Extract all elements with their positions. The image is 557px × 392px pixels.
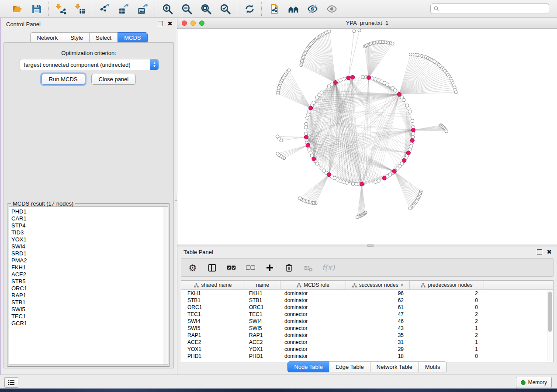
result-node[interactable]: FKH1 — [11, 264, 163, 271]
table-row[interactable]: PHD1PHD1dominator180 — [181, 353, 553, 360]
result-node[interactable]: PHD1 — [11, 208, 163, 215]
network-node[interactable] — [411, 135, 415, 139]
network-leaf-node[interactable] — [276, 135, 279, 138]
refresh-layout-icon[interactable] — [244, 3, 255, 14]
close-panel-button[interactable]: Close panel — [91, 74, 136, 85]
delete-column-icon[interactable] — [284, 262, 294, 273]
network-leaf-node[interactable] — [287, 69, 291, 72]
new-network-from-selection-icon[interactable] — [268, 3, 280, 14]
select-all-icon[interactable] — [226, 262, 236, 273]
table-row[interactable]: SWI5SWI5connector431 — [181, 325, 553, 332]
network-node[interactable] — [355, 182, 358, 186]
search-box[interactable] — [430, 3, 549, 14]
mcds-node[interactable] — [309, 106, 313, 110]
column-header-successor-nodes[interactable]: successor nodes∨ — [346, 281, 410, 289]
float-panel-icon[interactable] — [158, 21, 163, 26]
network-node[interactable] — [408, 110, 412, 113]
settings-gear-icon[interactable]: ⚙ — [187, 262, 198, 273]
table-row[interactable]: RAP1RAP1dominator352 — [181, 332, 553, 339]
network-leaf-node[interactable] — [328, 30, 331, 33]
network-leaf-node[interactable] — [408, 207, 412, 210]
table-row[interactable]: TEC1TEC1connector472 — [181, 311, 553, 318]
scrollbar-thumb[interactable] — [548, 292, 552, 332]
save-session-icon[interactable] — [31, 3, 42, 14]
mcds-node[interactable] — [402, 158, 406, 162]
column-header-name[interactable]: name — [245, 281, 280, 289]
mcds-node[interactable] — [392, 169, 396, 173]
mcds-node[interactable] — [410, 138, 414, 142]
result-node[interactable]: PMA2 — [11, 257, 163, 264]
run-mcds-button[interactable]: Run MCDS — [42, 74, 85, 85]
network-node[interactable] — [330, 83, 333, 86]
tab-node-table[interactable]: Node Table — [287, 361, 329, 372]
network-node[interactable] — [320, 91, 323, 94]
table-scrollbar[interactable] — [547, 290, 553, 361]
export-image-icon[interactable] — [137, 3, 149, 14]
add-column-icon[interactable] — [264, 262, 275, 273]
mcds-node[interactable] — [350, 75, 354, 79]
open-file-icon[interactable] — [11, 3, 23, 14]
network-leaf-node[interactable] — [454, 91, 457, 94]
result-node[interactable]: STB5 — [11, 278, 163, 285]
result-node[interactable]: ORC1 — [11, 285, 163, 292]
tab-mcds[interactable]: MCDS — [118, 32, 147, 43]
result-node[interactable]: RAP1 — [11, 292, 163, 299]
first-neighbors-icon[interactable] — [287, 3, 299, 14]
mcds-node[interactable] — [304, 135, 308, 139]
import-table-icon[interactable] — [74, 3, 86, 14]
mcds-result-list[interactable]: PHD1CAR1STP4TID3YOX1SWI4SRD1PMA2FKH1ACE2… — [9, 206, 163, 365]
mcds-node[interactable] — [333, 80, 337, 84]
mcds-node[interactable] — [411, 128, 415, 132]
result-node[interactable]: YOX1 — [11, 236, 163, 243]
mcds-node[interactable] — [406, 151, 410, 155]
result-list-scrollbar[interactable] — [163, 206, 168, 365]
network-node[interactable] — [320, 167, 323, 170]
result-node[interactable]: STB1 — [11, 299, 163, 306]
tab-edge-table[interactable]: Edge Table — [329, 361, 370, 372]
zoom-selected-icon[interactable] — [219, 3, 231, 14]
column-header-predecessor-nodes[interactable]: predecessor nodes — [410, 281, 484, 289]
show-all-icon[interactable] — [326, 3, 337, 14]
list-view-button[interactable] — [4, 377, 18, 388]
mcds-node[interactable] — [367, 76, 370, 79]
float-panel-icon[interactable] — [537, 249, 542, 254]
mcds-node[interactable] — [306, 143, 310, 147]
optimization-criterion-select[interactable]: largest connected component (undirected)… — [20, 59, 159, 70]
hide-selected-icon[interactable] — [307, 3, 318, 14]
column-header-shared-name[interactable]: shared name — [181, 281, 245, 289]
import-network-icon[interactable] — [55, 3, 66, 14]
result-node[interactable]: SWI5 — [11, 306, 163, 313]
tab-network[interactable]: Network — [30, 32, 64, 43]
mcds-node[interactable] — [327, 173, 331, 177]
column-header-MCDS-role[interactable]: MCDS role — [280, 281, 346, 289]
result-node[interactable]: SWI4 — [11, 243, 163, 250]
mcds-node[interactable] — [346, 76, 350, 80]
network-node[interactable] — [402, 98, 405, 102]
network-node[interactable] — [304, 126, 308, 129]
mcds-node[interactable] — [397, 92, 401, 96]
network-node[interactable] — [411, 119, 414, 123]
result-node[interactable]: SRD1 — [11, 250, 163, 257]
network-node[interactable] — [374, 180, 377, 183]
network-node[interactable] — [351, 182, 355, 186]
mcds-node[interactable] — [382, 176, 386, 180]
table-row[interactable]: SWI4SWI4dominator462 — [181, 318, 553, 325]
tab-style[interactable]: Style — [64, 32, 90, 43]
network-leaf-node[interactable] — [445, 130, 448, 133]
result-node[interactable]: TID3 — [11, 229, 163, 236]
table-row[interactable]: STB1STB1dominator620 — [181, 297, 553, 304]
export-table-icon[interactable] — [118, 3, 129, 14]
zoom-in-icon[interactable] — [162, 3, 173, 14]
result-node[interactable]: CAR1 — [11, 215, 163, 222]
table-row[interactable]: ORC1ORC1dominator610 — [181, 304, 553, 311]
network-leaf-node[interactable] — [298, 197, 301, 200]
deselect-all-icon[interactable] — [245, 262, 256, 273]
search-input[interactable] — [441, 5, 546, 12]
table-row[interactable]: FKH1FKH1dominator962 — [181, 290, 553, 297]
tab-motifs[interactable]: Motifs — [419, 361, 447, 372]
network-leaf-node[interactable] — [391, 42, 394, 45]
network-node[interactable] — [312, 101, 315, 104]
result-node[interactable]: ACE2 — [11, 271, 163, 278]
network-leaf-node[interactable] — [356, 216, 359, 219]
network-leaf-node[interactable] — [358, 29, 361, 32]
